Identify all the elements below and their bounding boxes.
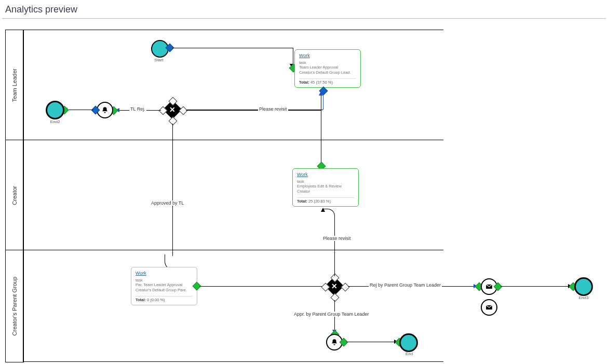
total-value: 0 (0.00 %) <box>147 298 165 302</box>
task-role: Creator <box>297 189 354 194</box>
edge <box>199 286 326 287</box>
task-role: Creator's Default Group Lead. <box>299 70 356 75</box>
total-label: Total: <box>299 80 309 85</box>
edge <box>172 124 173 256</box>
edge-label-appr-parent: Appr. by Parent Group Team Leader <box>293 312 370 317</box>
lane-label: Creator's Parent Group <box>11 277 18 335</box>
end3-label: End3 <box>573 295 594 300</box>
task-parent-leader-approval[interactable]: Work task Par. Team Leader Approval Crea… <box>131 267 197 305</box>
total-value: 45 (37.50 %) <box>310 80 333 85</box>
page-title: Analytics preview <box>0 0 608 18</box>
task-title: Work <box>299 53 356 59</box>
edge <box>346 342 396 342</box>
lane-border-mid1 <box>23 140 443 140</box>
lane-label: Creator <box>11 186 18 205</box>
edge-label-please-revisit2: Please revisit <box>322 236 352 241</box>
task-desc: Employees Edit & Review <box>297 184 354 189</box>
diagram-canvas: Team Leader Creator Creator's Parent Gro… <box>0 22 602 364</box>
lane-team-leader: Team Leader <box>5 30 24 141</box>
end-label: End <box>399 352 420 356</box>
end-event-3[interactable] <box>574 277 593 296</box>
end-event[interactable] <box>399 333 418 352</box>
total-label: Total: <box>297 199 307 204</box>
start-label: Start <box>148 58 169 62</box>
edge <box>323 93 323 110</box>
total-value: 25 (20.83 %) <box>308 199 331 204</box>
message-event[interactable] <box>481 299 497 316</box>
arrowhead <box>319 91 323 96</box>
mail-icon <box>485 283 493 290</box>
end2-label: End2 <box>45 119 65 124</box>
task-desc: Team Leader Approval <box>299 65 356 70</box>
lane-border-top <box>23 30 443 30</box>
task-desc: Par. Team Leader Approval <box>136 282 193 288</box>
task-employee-edit-review[interactable]: Work task Employees Edit & Review Creato… <box>292 168 359 207</box>
lane-border-mid2 <box>23 250 443 250</box>
lane-border-bottom <box>23 361 443 362</box>
edge-label-rej-parent: Rej by Parent Group Team Leader <box>369 282 442 288</box>
edge <box>501 286 570 287</box>
task-type: task <box>299 60 356 65</box>
total-label: Total: <box>136 298 146 302</box>
edge-label-please-revisit: Please revisit <box>258 106 288 112</box>
task-type: task <box>297 179 354 184</box>
bell-icon <box>331 339 338 346</box>
title-underline <box>2 18 606 19</box>
task-title: Work <box>297 172 354 178</box>
edge-label-approved-tl: Approved by TL <box>150 200 185 206</box>
mail-icon <box>485 304 493 311</box>
edge <box>321 110 321 167</box>
edge-label-tl-rej: TL Rej. <box>129 106 146 112</box>
edge <box>172 48 293 48</box>
task-type: task <box>136 278 193 283</box>
edge <box>334 219 335 276</box>
bell-icon <box>101 106 109 114</box>
end-event-2[interactable] <box>46 101 64 119</box>
task-role: Creator's Default Group Pare. <box>136 288 193 293</box>
task-team-leader-approval[interactable]: Work task Team Leader Approval Creator's… <box>294 49 361 88</box>
lane-parent-group: Creator's Parent Group <box>5 250 24 362</box>
port <box>331 293 340 302</box>
lane-divider-vertical <box>23 30 23 362</box>
lane-creator: Creator <box>5 140 24 251</box>
task-title: Work <box>136 271 193 277</box>
lane-label: Team Leader <box>11 69 18 102</box>
port <box>169 117 178 126</box>
edge <box>186 110 321 111</box>
edge <box>321 95 321 110</box>
arrowhead <box>321 208 325 212</box>
